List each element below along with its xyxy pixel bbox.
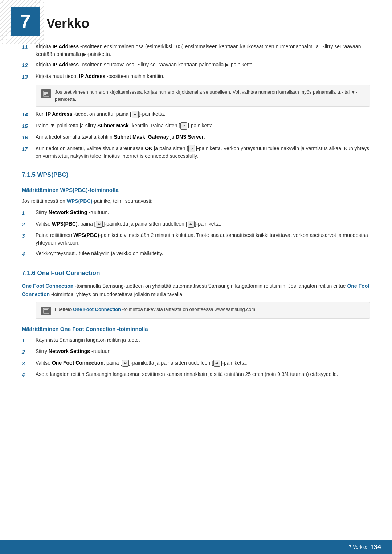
- onefoot-step-2: 2 Siirry Network Settings -ruutuun.: [22, 348, 370, 356]
- onefoot-step-4: 4 Aseta langaton reititin Samsungin lang…: [22, 370, 370, 379]
- chapter-header: 7 Verkko: [0, 0, 392, 39]
- section-onefoot-heading: 7.1.6 One Foot Connection: [22, 268, 370, 278]
- steps-mid-list: 14 Kun IP Address -tiedot on annettu, pa…: [22, 110, 370, 160]
- onefoot-step-1: 1 Käynnistä Samsungin langaton reititin …: [22, 336, 370, 345]
- chapter-title: Verkko: [46, 7, 89, 33]
- main-content: 11 Kirjoita IP Address -osoitteen ensimm…: [0, 39, 392, 405]
- wps-intro: Jos reitittimessä on WPS(PBC)-painike, t…: [22, 197, 370, 205]
- enter-key-icon-7: ↵: [213, 360, 220, 367]
- wps-step-2: 2 Valitse WPS(PBC), paina [↵]-painiketta…: [22, 220, 370, 229]
- step-item-16: 16 Anna tiedot samalla tavalla kohtiin S…: [22, 133, 370, 142]
- step-item-14: 14 Kun IP Address -tiedot on annettu, pa…: [22, 110, 370, 119]
- wps-step-1: 1 Siirry Network Setting -ruutuun.: [22, 209, 370, 217]
- enter-key-icon-3: ↵: [188, 145, 195, 153]
- note-box-onefoot: Luettelo One Foot Connection -toimintoa …: [36, 302, 370, 319]
- subsection-onefoot-heading: Määrittäminen One Foot Connection -toimi…: [22, 325, 370, 333]
- step-item-11: 11 Kirjoita IP Address -osoitteen ensimm…: [22, 43, 370, 58]
- wps-step-4: 4 Verkkoyhteysruutu tulee näkyviin ja ve…: [22, 250, 370, 258]
- note-box-top: Jos teet virheen numeron kirjoittamisess…: [36, 85, 370, 107]
- step-item-12: 12 Kirjoita IP Address -osoitteen seuraa…: [22, 61, 370, 70]
- note-icon-2: [41, 307, 51, 315]
- onefoot-step-3: 3 Valitse One Foot Connection, paina [↵]…: [22, 359, 370, 368]
- subsection-wps-heading: Määrittäminen WPS(PBC)-toiminnolla: [22, 186, 370, 194]
- wps-steps-list: 1 Siirry Network Setting -ruutuun. 2 Val…: [22, 209, 370, 258]
- step-item-13: 13 Kirjoita muut tiedot IP Address -osoi…: [22, 73, 370, 81]
- enter-key-icon-6: ↵: [122, 360, 129, 367]
- note-svg-icon-2: [43, 308, 49, 314]
- page-footer: 7 Verkko 134: [0, 540, 392, 554]
- steps-top-list: 11 Kirjoita IP Address -osoitteen ensimm…: [22, 43, 370, 81]
- enter-key-icon-2: ↵: [180, 122, 187, 130]
- step-item-17: 17 Kun tiedot on annettu, valitse sivun …: [22, 145, 370, 160]
- chapter-number: 7: [11, 7, 40, 36]
- step-item-15: 15 Paina ▼-painiketta ja siirry Subnet M…: [22, 122, 370, 131]
- onefoot-intro: One Foot Connection -toiminnolla Samsung…: [22, 282, 370, 298]
- note-svg-icon: [43, 91, 49, 97]
- note-icon: [41, 89, 51, 97]
- section-wps-heading: 7.1.5 WPS(PBC): [22, 170, 370, 180]
- onefoot-steps-list: 1 Käynnistä Samsungin langaton reititin …: [22, 336, 370, 379]
- enter-key-icon-5: ↵: [188, 221, 195, 228]
- wps-step-3: 3 Paina reitittimen WPS(PBC)-painiketta …: [22, 231, 370, 247]
- enter-key-icon: ↵: [132, 111, 139, 118]
- enter-key-icon-4: ↵: [96, 221, 103, 228]
